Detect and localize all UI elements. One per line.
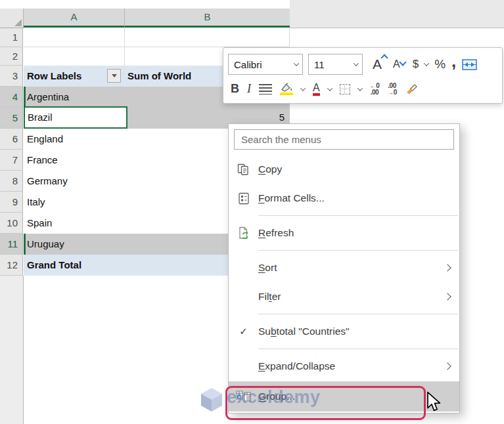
chevron-down-icon[interactable] [424,60,429,66]
cell-a4-label: Argentina [27,87,69,108]
fill-color-swatch [280,93,293,95]
accounting-format-button[interactable]: $ [413,58,419,71]
cell-a5-active[interactable]: Brazil [24,106,127,129]
sum-of-world-header[interactable]: Sum of World [127,66,191,87]
menu-separator [258,250,458,251]
cell-a8[interactable]: Germany [27,171,158,192]
font-name-value: Calibri [234,59,262,70]
watermark-cube-icon [198,386,225,413]
row-header-11[interactable]: 11 [0,234,23,255]
borders-button[interactable] [340,84,350,95]
submenu-arrow-icon [444,362,451,370]
row-header-10[interactable]: 10 [0,213,23,234]
menu-item-format-cells[interactable]: Format Cells... [229,184,459,213]
menu-search-input[interactable] [234,129,454,150]
chevron-down-icon [294,60,299,66]
shrink-font-icon: A [393,58,400,70]
format-cells-icon [238,192,250,205]
menu-item-filter[interactable]: Filter [229,282,459,311]
cell-a11-label: Uruguay [27,234,64,255]
menu-separator [258,314,458,314]
caret-up-icon [380,54,388,61]
context-menu: Copy Format Cells... [228,123,460,413]
chevron-down-icon [354,60,359,66]
font-size-value: 11 [314,59,325,70]
row-header-4[interactable]: 4 [0,87,23,108]
grow-font-button[interactable]: A [373,56,382,72]
selection-accent [24,234,26,255]
cell-a7[interactable]: France [27,150,158,171]
copy-icon [237,163,250,176]
row-header-gutter [0,276,24,424]
align-center-icon[interactable] [259,84,272,95]
menu-item-copy[interactable]: Copy [229,155,459,184]
format-painter-icon [405,83,417,95]
italic-button[interactable]: I [247,82,251,96]
chevron-down-icon[interactable] [327,85,332,91]
row-header-8[interactable]: 8 [0,171,23,192]
refresh-icon [237,226,250,240]
cell-a9[interactable]: Italy [27,192,158,213]
mouse-cursor-icon [426,391,442,415]
dropdown-arrow-icon [112,74,117,77]
grand-total-label: Grand Total [27,255,81,276]
merge-center-icon [462,59,477,70]
format-painter-button[interactable] [405,83,417,95]
font-color-button[interactable]: A [313,82,320,96]
row-header-3[interactable]: 3 [0,66,23,87]
row-header-1[interactable]: 1 [0,28,23,47]
submenu-arrow-icon [444,293,451,300]
row-header-12[interactable]: 12 [0,255,23,276]
font-color-icon: A [313,82,320,96]
group-highlight-box [225,386,426,420]
percent-style-button[interactable]: % [434,57,446,72]
menu-item-sort[interactable]: Sort [229,253,459,282]
font-name-select[interactable]: Calibri [228,54,303,75]
column-header-b[interactable]: B [125,9,290,28]
submenu-arrow-icon [444,264,451,271]
bold-button[interactable]: B [231,82,239,96]
row-header-2[interactable]: 2 [0,47,23,66]
cell-a10[interactable]: Spain [27,213,158,234]
fill-color-button[interactable] [280,83,293,95]
row-labels-filter-button[interactable] [107,69,121,83]
excel-screenshot: A B 1 2 3 4 5 6 7 8 9 10 11 12 Row Label… [0,0,504,424]
merge-center-button[interactable] [462,59,477,70]
checkmark-icon: ✓ [239,326,248,337]
row-header-7[interactable]: 7 [0,150,23,171]
row-header-5[interactable]: 5 [0,108,23,129]
row-header-6[interactable]: 6 [0,129,23,150]
select-all-corner[interactable] [0,9,24,28]
menu-item-expand-collapse[interactable]: Expand/Collapse [229,352,459,381]
chevron-down-icon[interactable] [300,85,306,91]
menu-separator [258,215,458,216]
row-labels-header[interactable]: Row Labels [27,66,81,87]
grow-font-icon: A [373,56,382,72]
mini-toolbar: Calibri 11 A A $ % , [223,47,503,104]
gridline [124,28,125,66]
chevron-down-icon[interactable] [357,85,362,91]
menu-separator [258,349,458,349]
row-header-9[interactable]: 9 [0,192,23,213]
comma-style-button[interactable]: , [451,58,456,71]
column-header-a[interactable]: A [24,9,125,28]
cell-a6[interactable]: England [27,129,158,150]
font-size-select[interactable]: 11 [308,54,363,75]
column-header-extension [290,0,504,28]
decrease-decimal-button[interactable]: .00→0 [387,83,397,96]
selection-accent [24,87,26,108]
select-all-triangle-icon [14,19,22,26]
shrink-font-button[interactable]: A [393,58,400,70]
paint-bucket-icon [280,83,293,92]
menu-item-refresh[interactable]: Refresh [229,219,459,247]
increase-decimal-button[interactable]: ←0.00 [370,83,380,96]
menu-item-subtotal[interactable]: ✓ Subtotal "Countries" [229,317,459,346]
